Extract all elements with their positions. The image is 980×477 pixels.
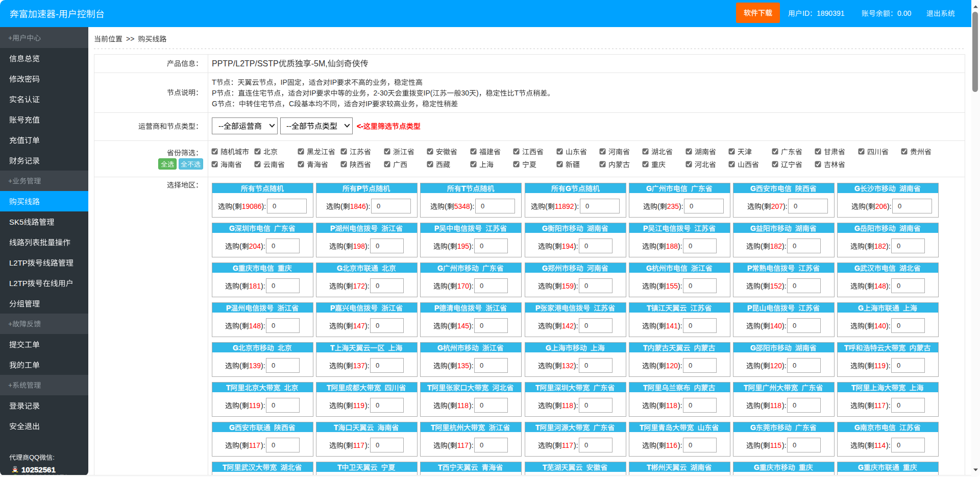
svg-text:G: G [854,184,860,193]
svg-text:117: 117 [874,401,886,410]
svg-text:P: P [535,304,540,312]
svg-text:204: 204 [249,242,261,250]
svg-text:ID: ID [802,9,810,17]
svg-text:(: ( [761,282,763,290]
svg-text:T: T [330,344,335,352]
svg-text:G: G [546,344,551,352]
svg-text:(: ( [340,202,343,210]
svg-text:5348: 5348 [454,202,470,210]
svg-text:IP: IP [330,78,337,86]
svg-text:120: 120 [770,362,782,370]
svg-text:G: G [437,264,443,272]
svg-text:+: + [8,34,12,42]
svg-text:2-30: 2-30 [374,89,388,97]
svg-text:(: ( [865,282,867,290]
svg-text:G: G [437,344,443,352]
svg-text:119: 119 [249,401,261,410]
svg-text:(: ( [656,282,659,290]
svg-text:--: -- [286,122,291,130]
svg-text:):: ): [574,401,578,410]
svg-text:):: ): [469,362,474,370]
svg-text:):: ): [886,242,891,250]
svg-text:):: ): [678,322,682,330]
svg-text:SK5: SK5 [9,218,23,226]
svg-text:P: P [643,224,648,232]
svg-text:G: G [229,423,235,432]
svg-text:T: T [543,463,547,471]
svg-text:IP: IP [309,89,316,97]
svg-text:(: ( [865,362,867,370]
svg-text:T: T [535,384,540,392]
svg-text:181: 181 [249,282,261,290]
svg-text:140: 140 [874,322,887,330]
svg-text:): ) [476,89,479,97]
svg-text:):: ): [261,322,265,330]
svg-text:G: G [754,463,760,471]
svg-text:(: ( [448,362,450,370]
svg-text:PPTP/L2TP/SSTP: PPTP/L2TP/SSTP [212,59,279,68]
svg-text:132: 132 [562,362,574,370]
svg-text:G: G [646,184,652,193]
svg-text:G: G [233,264,238,272]
svg-text:T: T [647,304,651,312]
svg-text:):: ): [678,282,682,290]
svg-text:(: ( [448,282,450,290]
svg-text:(: ( [656,401,659,410]
svg-text:):: ): [678,242,682,250]
svg-text:188: 188 [666,242,678,250]
svg-text:):: ): [365,242,370,250]
svg-text:G: G [646,264,652,272]
svg-text:(: ( [761,401,763,410]
svg-text:):: ): [574,322,578,330]
svg-text:):: ): [575,202,579,210]
svg-text:):: ): [678,401,682,410]
svg-text:118: 118 [562,401,574,410]
svg-text:):: ): [782,282,787,290]
svg-text:):: ): [365,362,370,370]
svg-text:):: ): [366,202,371,210]
svg-text:T: T [640,423,644,432]
svg-text:235: 235 [667,202,679,210]
svg-text:120: 120 [666,362,678,370]
svg-text:172: 172 [353,282,365,290]
svg-text:):: ): [469,242,474,250]
svg-text:):: ): [886,282,891,290]
svg-text:T: T [851,384,856,392]
svg-text:):: ): [262,202,266,210]
svg-text:+: + [8,320,12,328]
svg-text:170: 170 [457,282,470,290]
svg-text:11892: 11892 [555,202,574,210]
svg-text:(: ( [344,282,346,290]
svg-text:142: 142 [562,322,574,330]
svg-text:IP(: IP( [424,89,433,97]
svg-text:(: ( [656,441,659,449]
svg-text:(: ( [552,322,555,330]
svg-text:):: ): [574,441,578,449]
svg-text:141: 141 [666,322,678,330]
svg-text:):: ): [574,282,578,290]
svg-text:(: ( [239,242,242,250]
svg-text:G: G [542,264,548,272]
svg-text:(: ( [448,441,450,449]
svg-text:(: ( [865,242,867,250]
svg-text:1846: 1846 [350,202,366,210]
svg-text:L2TP: L2TP [9,279,28,288]
svg-text:G: G [750,344,756,352]
svg-text::: : [53,454,55,461]
svg-text:-: - [56,9,59,19]
svg-text:(: ( [552,362,555,370]
svg-text:(: ( [448,242,450,250]
svg-text:(: ( [344,401,346,410]
svg-text:):: ): [679,202,683,210]
svg-text:G: G [212,100,217,108]
svg-text:(: ( [552,242,555,250]
svg-text:T: T [535,423,540,432]
svg-text:P: P [226,304,231,312]
svg-text:T: T [334,423,338,432]
svg-text:P: P [330,224,335,232]
svg-text:155: 155 [666,282,678,290]
svg-text:QQ: QQ [29,454,39,461]
svg-text:(: ( [344,362,346,370]
svg-text:206: 206 [875,202,888,210]
svg-text:(: ( [865,401,867,410]
